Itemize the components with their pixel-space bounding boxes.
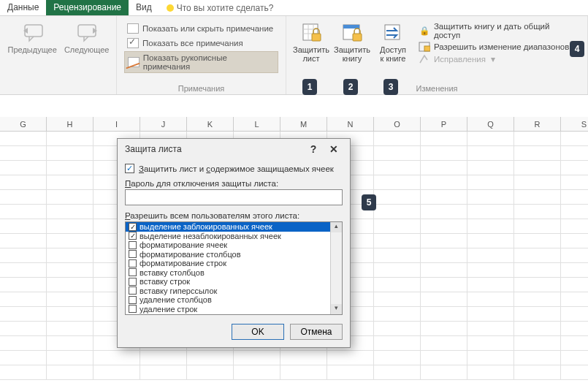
col-header[interactable]: P <box>421 117 467 131</box>
cell[interactable] <box>0 292 47 306</box>
permission-item[interactable]: ✓выделение заблокированных ячеек <box>126 222 330 232</box>
cell[interactable] <box>47 322 93 335</box>
cell[interactable] <box>280 351 327 365</box>
cell[interactable] <box>47 278 93 292</box>
show-hide-comment[interactable]: Показать или скрыть примечание <box>124 22 278 35</box>
cell[interactable] <box>561 175 588 189</box>
cell[interactable] <box>561 351 588 365</box>
cell[interactable] <box>374 219 421 233</box>
cell[interactable] <box>234 351 280 365</box>
cell[interactable] <box>0 146 47 160</box>
show-ink-comments[interactable]: Показать рукописные примечания <box>124 51 278 73</box>
col-header[interactable]: G <box>0 117 47 131</box>
protect-and-share[interactable]: 🔒 Защитить книгу и дать общий доступ <box>416 21 580 40</box>
cell[interactable] <box>467 322 514 335</box>
cell[interactable] <box>374 146 421 160</box>
cell[interactable] <box>467 278 514 292</box>
tell-me[interactable]: Что вы хотите сделать? <box>159 0 281 15</box>
cell[interactable] <box>374 351 421 365</box>
cell[interactable] <box>561 205 588 219</box>
cell[interactable] <box>561 248 588 262</box>
cell[interactable] <box>140 365 187 379</box>
permission-item[interactable]: вставку столбцов <box>126 268 330 278</box>
cell[interactable] <box>467 292 514 306</box>
cell[interactable] <box>514 175 561 189</box>
cell[interactable] <box>561 190 588 204</box>
cell[interactable] <box>47 190 93 204</box>
col-header[interactable]: H <box>47 117 93 131</box>
cell[interactable] <box>374 205 421 219</box>
cell[interactable] <box>514 307 561 321</box>
ok-button[interactable]: OK <box>232 324 284 340</box>
cell[interactable] <box>187 351 234 365</box>
cell[interactable] <box>514 322 561 335</box>
cell[interactable] <box>421 205 467 219</box>
cell[interactable] <box>280 365 327 379</box>
cell[interactable] <box>421 161 467 175</box>
track-changes[interactable]: Исправления▾ <box>416 53 580 65</box>
cell[interactable] <box>467 351 514 365</box>
col-header[interactable]: N <box>327 117 374 131</box>
cell[interactable] <box>421 248 467 262</box>
permission-item[interactable]: форматирование столбцов <box>126 250 330 259</box>
cell[interactable] <box>421 190 467 204</box>
protect-sheet-button[interactable]: Защититьлист <box>291 19 332 83</box>
cell[interactable] <box>514 161 561 175</box>
cell[interactable] <box>467 132 514 145</box>
cell[interactable] <box>421 278 467 292</box>
show-all-comments[interactable]: Показать все примечания <box>124 37 278 50</box>
cell[interactable] <box>0 336 47 350</box>
scrollbar[interactable]: ▴ ▾ <box>330 222 342 314</box>
cell[interactable] <box>467 219 514 233</box>
cell[interactable] <box>561 146 588 160</box>
cell[interactable] <box>561 263 588 277</box>
cell[interactable] <box>561 322 588 335</box>
tab-data[interactable]: Данные <box>0 0 46 15</box>
protect-workbook-button[interactable]: Защититькнигу <box>332 19 373 83</box>
cell[interactable] <box>374 336 421 350</box>
cell[interactable] <box>561 219 588 233</box>
col-header[interactable]: J <box>140 117 187 131</box>
permission-item[interactable]: форматирование ячеек <box>126 240 330 250</box>
cell[interactable] <box>374 322 421 335</box>
cell[interactable] <box>187 365 234 379</box>
cell[interactable] <box>561 292 588 306</box>
cell[interactable] <box>327 351 374 365</box>
cell[interactable] <box>514 278 561 292</box>
cell[interactable] <box>374 248 421 262</box>
dialog-close-button[interactable]: ✕ <box>324 143 344 155</box>
cell[interactable] <box>467 365 514 379</box>
permission-item[interactable]: вставку гиперссылок <box>126 286 330 296</box>
dialog-help-button[interactable]: ? <box>303 143 324 155</box>
col-header[interactable]: L <box>234 117 280 131</box>
scroll-down-icon[interactable]: ▾ <box>331 304 342 314</box>
cell[interactable] <box>421 175 467 189</box>
password-input[interactable] <box>125 189 343 205</box>
cell[interactable] <box>327 365 374 379</box>
cell[interactable] <box>47 205 93 219</box>
cell[interactable] <box>374 175 421 189</box>
cell[interactable] <box>0 175 47 189</box>
cell[interactable] <box>514 365 561 379</box>
cell[interactable] <box>0 351 47 365</box>
cell[interactable] <box>47 336 93 350</box>
cell[interactable] <box>514 146 561 160</box>
cell[interactable] <box>421 146 467 160</box>
cell[interactable] <box>0 205 47 219</box>
cell[interactable] <box>47 351 93 365</box>
col-header[interactable]: R <box>514 117 561 131</box>
cell[interactable] <box>374 292 421 306</box>
prev-comment-button[interactable]: Предыдущее <box>4 19 60 54</box>
col-header[interactable]: Q <box>467 117 514 131</box>
col-header[interactable]: O <box>374 117 421 131</box>
cell[interactable] <box>421 322 467 335</box>
scroll-up-icon[interactable]: ▴ <box>331 222 342 232</box>
cancel-button[interactable]: Отмена <box>290 324 343 340</box>
allow-edit-ranges[interactable]: Разрешить изменение диапазонов <box>416 41 580 53</box>
cell[interactable] <box>47 234 93 248</box>
col-header[interactable]: S <box>561 117 588 131</box>
cell[interactable] <box>0 132 47 145</box>
cell[interactable] <box>467 234 514 248</box>
cell[interactable] <box>514 351 561 365</box>
cell[interactable] <box>47 161 93 175</box>
